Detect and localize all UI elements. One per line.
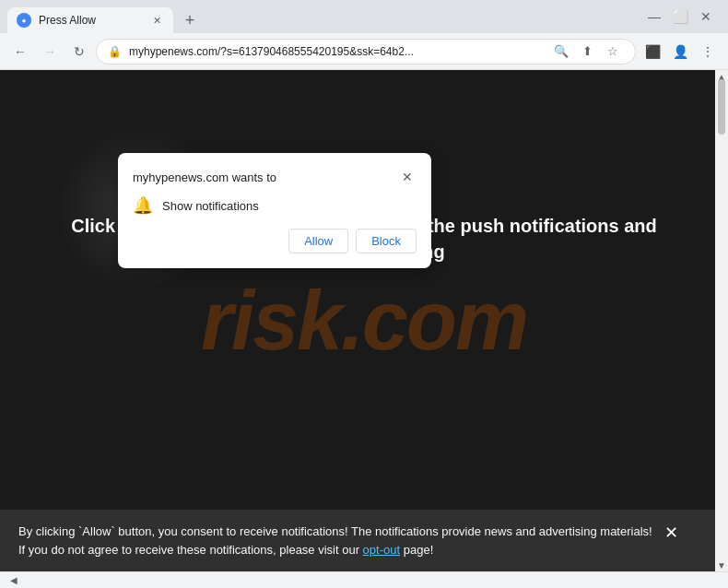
- maximize-button[interactable]: ⬜: [673, 9, 687, 24]
- address-bar-icons: 🔍 ⬆ ☆: [550, 41, 624, 63]
- popup-close-button[interactable]: ✕: [398, 168, 417, 186]
- share-icon[interactable]: ⬆: [576, 41, 598, 63]
- new-tab-button[interactable]: +: [177, 7, 203, 33]
- content-area: risk.com Click the «Allow» button to sub…: [0, 70, 728, 571]
- scrollbar-down-arrow[interactable]: ▼: [715, 559, 728, 571]
- tab-close-button[interactable]: ✕: [149, 13, 164, 28]
- consent-text: By clicking `Allow` button, you consent …: [18, 523, 655, 559]
- browser-window: ● Press Allow ✕ + — ⬜ ✕ ← → ↻ 🔒 myhypene…: [0, 0, 728, 588]
- forward-button[interactable]: →: [37, 39, 63, 65]
- tab-area: ● Press Allow ✕ +: [7, 0, 643, 33]
- profile-icon[interactable]: 👤: [667, 39, 693, 65]
- popup-header: myhypenews.com wants to ✕: [133, 168, 417, 186]
- bookmark-icon[interactable]: ☆: [602, 41, 624, 63]
- popup-title: myhypenews.com wants to: [133, 171, 276, 184]
- status-bar: ◀: [0, 571, 728, 588]
- page-background: risk.com Click the «Allow» button to sub…: [0, 70, 728, 571]
- active-tab[interactable]: ● Press Allow ✕: [7, 7, 173, 33]
- consent-bar-close-button[interactable]: ✕: [664, 523, 678, 543]
- back-button[interactable]: ←: [7, 39, 33, 65]
- address-text: myhypenews.com/?s=613790468555420195&ssk…: [129, 45, 543, 58]
- window-controls: — ⬜ ✕: [647, 9, 721, 24]
- scrollbar-thumb[interactable]: [718, 79, 725, 135]
- bell-icon: 🔔: [133, 195, 153, 216]
- navigation-bar: ← → ↻ 🔒 myhypenews.com/?s=61379046855542…: [0, 33, 728, 70]
- consent-bottom-bar: By clicking `Allow` button, you consent …: [0, 510, 715, 571]
- tab-favicon: ●: [17, 13, 31, 28]
- close-window-button[interactable]: ✕: [699, 9, 713, 24]
- notification-permission-popup: myhypenews.com wants to ✕ 🔔 Show notific…: [118, 153, 431, 268]
- security-lock-icon: 🔒: [108, 45, 122, 58]
- allow-button[interactable]: Allow: [288, 229, 348, 253]
- popup-buttons: Allow Block: [133, 229, 417, 253]
- popup-permission-row: 🔔 Show notifications: [133, 195, 417, 216]
- block-button[interactable]: Block: [356, 229, 417, 253]
- reload-button[interactable]: ↻: [66, 39, 92, 65]
- popup-permission-text: Show notifications: [162, 199, 259, 213]
- page-watermark: risk.com: [201, 274, 527, 369]
- tab-title: Press Allow: [39, 14, 142, 27]
- nav-extra-buttons: ⬛ 👤 ⋮: [640, 39, 721, 65]
- extensions-icon[interactable]: ⬛: [640, 39, 665, 65]
- address-bar[interactable]: 🔒 myhypenews.com/?s=613790468555420195&s…: [96, 39, 636, 65]
- opt-out-link[interactable]: opt-out: [363, 543, 400, 557]
- vertical-scrollbar[interactable]: ▲ ▼: [715, 70, 728, 571]
- search-icon[interactable]: 🔍: [550, 41, 572, 63]
- menu-button[interactable]: ⋮: [695, 39, 721, 65]
- minimize-button[interactable]: —: [647, 9, 662, 24]
- scroll-left-icon[interactable]: ◀: [7, 574, 20, 587]
- title-bar: ● Press Allow ✕ + — ⬜ ✕: [0, 0, 728, 33]
